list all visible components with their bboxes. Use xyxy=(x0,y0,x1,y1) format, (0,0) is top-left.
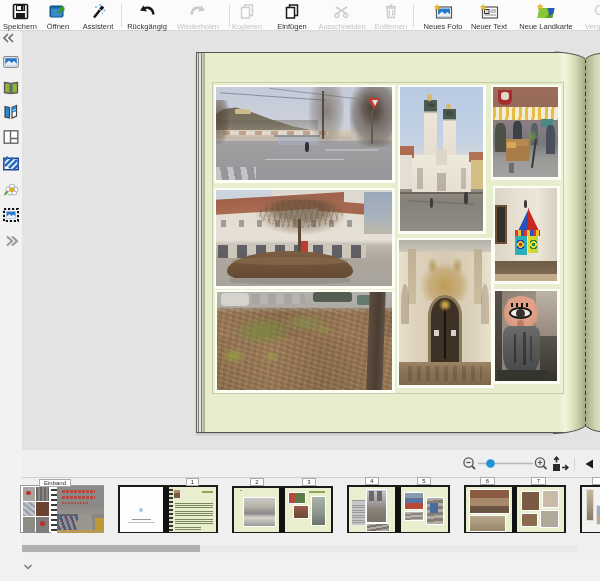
svg-text:T: T xyxy=(486,9,489,14)
